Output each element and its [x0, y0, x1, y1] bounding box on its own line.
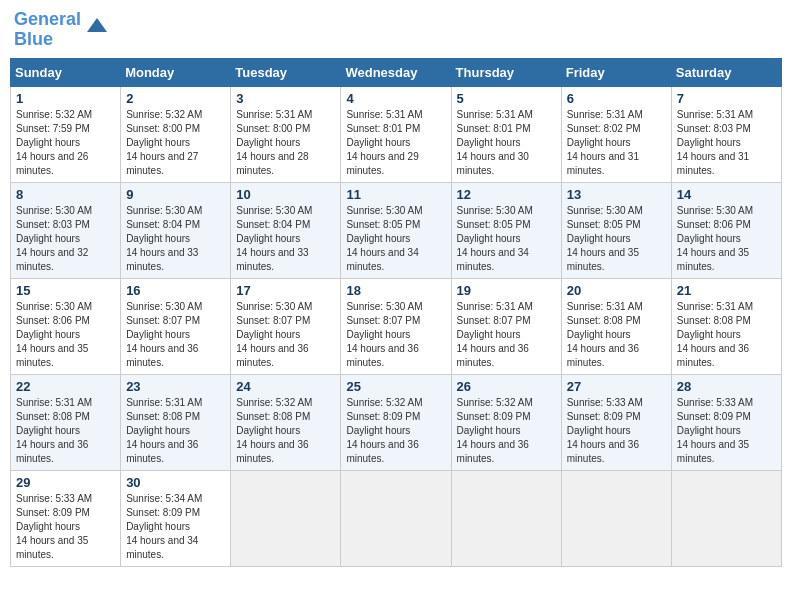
calendar-cell — [341, 470, 451, 566]
day-info: Sunrise: 5:32 AMSunset: 8:00 PMDaylight … — [126, 108, 225, 178]
day-number: 12 — [457, 187, 556, 202]
day-number: 25 — [346, 379, 445, 394]
header-tuesday: Tuesday — [231, 58, 341, 86]
calendar-week-row: 29Sunrise: 5:33 AMSunset: 8:09 PMDayligh… — [11, 470, 782, 566]
day-info: Sunrise: 5:30 AMSunset: 8:07 PMDaylight … — [236, 300, 335, 370]
calendar-cell: 14Sunrise: 5:30 AMSunset: 8:06 PMDayligh… — [671, 182, 781, 278]
day-number: 26 — [457, 379, 556, 394]
header-thursday: Thursday — [451, 58, 561, 86]
calendar-week-row: 22Sunrise: 5:31 AMSunset: 8:08 PMDayligh… — [11, 374, 782, 470]
calendar-cell — [671, 470, 781, 566]
day-number: 18 — [346, 283, 445, 298]
calendar-cell: 21Sunrise: 5:31 AMSunset: 8:08 PMDayligh… — [671, 278, 781, 374]
calendar-cell — [231, 470, 341, 566]
day-number: 17 — [236, 283, 335, 298]
day-info: Sunrise: 5:32 AMSunset: 8:09 PMDaylight … — [346, 396, 445, 466]
day-number: 23 — [126, 379, 225, 394]
day-number: 14 — [677, 187, 776, 202]
page-header: General Blue — [10, 10, 782, 50]
day-info: Sunrise: 5:30 AMSunset: 8:05 PMDaylight … — [346, 204, 445, 274]
day-number: 6 — [567, 91, 666, 106]
day-info: Sunrise: 5:30 AMSunset: 8:04 PMDaylight … — [126, 204, 225, 274]
day-info: Sunrise: 5:31 AMSunset: 8:08 PMDaylight … — [567, 300, 666, 370]
day-number: 28 — [677, 379, 776, 394]
logo-text: General Blue — [14, 10, 81, 50]
day-number: 19 — [457, 283, 556, 298]
calendar-cell: 3Sunrise: 5:31 AMSunset: 8:00 PMDaylight… — [231, 86, 341, 182]
day-info: Sunrise: 5:30 AMSunset: 8:06 PMDaylight … — [677, 204, 776, 274]
calendar-cell: 16Sunrise: 5:30 AMSunset: 8:07 PMDayligh… — [121, 278, 231, 374]
header-wednesday: Wednesday — [341, 58, 451, 86]
header-saturday: Saturday — [671, 58, 781, 86]
calendar-cell: 23Sunrise: 5:31 AMSunset: 8:08 PMDayligh… — [121, 374, 231, 470]
calendar-cell: 12Sunrise: 5:30 AMSunset: 8:05 PMDayligh… — [451, 182, 561, 278]
calendar-cell: 11Sunrise: 5:30 AMSunset: 8:05 PMDayligh… — [341, 182, 451, 278]
calendar-cell: 4Sunrise: 5:31 AMSunset: 8:01 PMDaylight… — [341, 86, 451, 182]
header-monday: Monday — [121, 58, 231, 86]
day-info: Sunrise: 5:30 AMSunset: 8:05 PMDaylight … — [567, 204, 666, 274]
day-number: 3 — [236, 91, 335, 106]
day-number: 1 — [16, 91, 115, 106]
day-number: 16 — [126, 283, 225, 298]
header-friday: Friday — [561, 58, 671, 86]
day-number: 29 — [16, 475, 115, 490]
calendar-cell: 17Sunrise: 5:30 AMSunset: 8:07 PMDayligh… — [231, 278, 341, 374]
calendar-cell: 1Sunrise: 5:32 AMSunset: 7:59 PMDaylight… — [11, 86, 121, 182]
calendar-cell: 8Sunrise: 5:30 AMSunset: 8:03 PMDaylight… — [11, 182, 121, 278]
day-number: 21 — [677, 283, 776, 298]
day-number: 13 — [567, 187, 666, 202]
calendar-header-row: SundayMondayTuesdayWednesdayThursdayFrid… — [11, 58, 782, 86]
day-info: Sunrise: 5:30 AMSunset: 8:07 PMDaylight … — [126, 300, 225, 370]
day-number: 9 — [126, 187, 225, 202]
day-number: 10 — [236, 187, 335, 202]
calendar-cell: 9Sunrise: 5:30 AMSunset: 8:04 PMDaylight… — [121, 182, 231, 278]
day-info: Sunrise: 5:32 AMSunset: 7:59 PMDaylight … — [16, 108, 115, 178]
calendar-cell — [451, 470, 561, 566]
day-number: 22 — [16, 379, 115, 394]
day-info: Sunrise: 5:31 AMSunset: 8:00 PMDaylight … — [236, 108, 335, 178]
day-info: Sunrise: 5:31 AMSunset: 8:03 PMDaylight … — [677, 108, 776, 178]
day-number: 4 — [346, 91, 445, 106]
day-number: 5 — [457, 91, 556, 106]
calendar-cell: 2Sunrise: 5:32 AMSunset: 8:00 PMDaylight… — [121, 86, 231, 182]
day-number: 8 — [16, 187, 115, 202]
day-info: Sunrise: 5:30 AMSunset: 8:03 PMDaylight … — [16, 204, 115, 274]
day-info: Sunrise: 5:34 AMSunset: 8:09 PMDaylight … — [126, 492, 225, 562]
logo-blue: Blue — [14, 29, 53, 49]
calendar-cell: 6Sunrise: 5:31 AMSunset: 8:02 PMDaylight… — [561, 86, 671, 182]
day-info: Sunrise: 5:32 AMSunset: 8:08 PMDaylight … — [236, 396, 335, 466]
day-info: Sunrise: 5:30 AMSunset: 8:07 PMDaylight … — [346, 300, 445, 370]
calendar-cell: 26Sunrise: 5:32 AMSunset: 8:09 PMDayligh… — [451, 374, 561, 470]
calendar-cell: 30Sunrise: 5:34 AMSunset: 8:09 PMDayligh… — [121, 470, 231, 566]
calendar-table: SundayMondayTuesdayWednesdayThursdayFrid… — [10, 58, 782, 567]
day-info: Sunrise: 5:31 AMSunset: 8:01 PMDaylight … — [346, 108, 445, 178]
day-number: 11 — [346, 187, 445, 202]
day-info: Sunrise: 5:31 AMSunset: 8:08 PMDaylight … — [677, 300, 776, 370]
calendar-cell: 24Sunrise: 5:32 AMSunset: 8:08 PMDayligh… — [231, 374, 341, 470]
header-sunday: Sunday — [11, 58, 121, 86]
logo: General Blue — [14, 10, 107, 50]
day-info: Sunrise: 5:30 AMSunset: 8:05 PMDaylight … — [457, 204, 556, 274]
calendar-cell: 15Sunrise: 5:30 AMSunset: 8:06 PMDayligh… — [11, 278, 121, 374]
calendar-cell: 20Sunrise: 5:31 AMSunset: 8:08 PMDayligh… — [561, 278, 671, 374]
day-info: Sunrise: 5:33 AMSunset: 8:09 PMDaylight … — [567, 396, 666, 466]
day-info: Sunrise: 5:32 AMSunset: 8:09 PMDaylight … — [457, 396, 556, 466]
day-number: 24 — [236, 379, 335, 394]
calendar-cell: 25Sunrise: 5:32 AMSunset: 8:09 PMDayligh… — [341, 374, 451, 470]
calendar-week-row: 1Sunrise: 5:32 AMSunset: 7:59 PMDaylight… — [11, 86, 782, 182]
day-info: Sunrise: 5:31 AMSunset: 8:07 PMDaylight … — [457, 300, 556, 370]
day-number: 15 — [16, 283, 115, 298]
logo-general: General — [14, 9, 81, 29]
day-info: Sunrise: 5:30 AMSunset: 8:06 PMDaylight … — [16, 300, 115, 370]
calendar-cell: 22Sunrise: 5:31 AMSunset: 8:08 PMDayligh… — [11, 374, 121, 470]
calendar-cell — [561, 470, 671, 566]
day-info: Sunrise: 5:31 AMSunset: 8:08 PMDaylight … — [126, 396, 225, 466]
day-info: Sunrise: 5:31 AMSunset: 8:02 PMDaylight … — [567, 108, 666, 178]
calendar-cell: 19Sunrise: 5:31 AMSunset: 8:07 PMDayligh… — [451, 278, 561, 374]
calendar-cell: 28Sunrise: 5:33 AMSunset: 8:09 PMDayligh… — [671, 374, 781, 470]
day-info: Sunrise: 5:31 AMSunset: 8:08 PMDaylight … — [16, 396, 115, 466]
day-number: 30 — [126, 475, 225, 490]
day-number: 27 — [567, 379, 666, 394]
day-number: 7 — [677, 91, 776, 106]
calendar-cell: 27Sunrise: 5:33 AMSunset: 8:09 PMDayligh… — [561, 374, 671, 470]
